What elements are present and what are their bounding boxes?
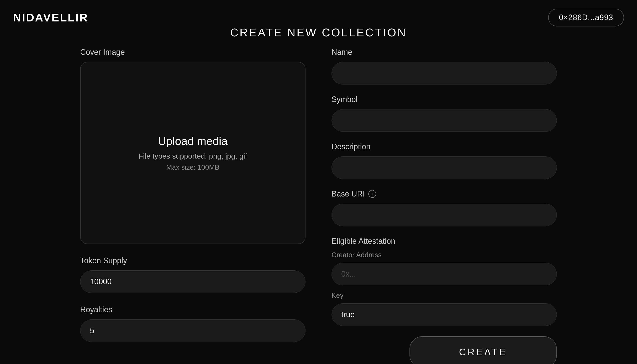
name-input[interactable] xyxy=(332,62,557,84)
cover-image-section: Cover Image Upload media File types supp… xyxy=(80,48,306,244)
token-supply-input[interactable] xyxy=(80,270,306,293)
royalties-input[interactable] xyxy=(80,319,306,342)
wallet-button[interactable]: 0×286D...a993 xyxy=(548,9,624,26)
token-supply-section: Token Supply xyxy=(80,256,306,293)
symbol-input[interactable] xyxy=(332,109,557,132)
creator-address-input[interactable] xyxy=(332,263,557,285)
right-column: Name Symbol Description Base URI i xyxy=(332,48,557,364)
upload-title: Upload media xyxy=(158,134,228,148)
left-column: Cover Image Upload media File types supp… xyxy=(80,48,306,364)
creator-address-wrapper: Creator Address xyxy=(332,251,557,285)
description-input[interactable] xyxy=(332,156,557,179)
key-label: Key xyxy=(332,292,557,300)
base-uri-label: Base URI i xyxy=(332,189,557,198)
eligible-attestation-section: Eligible Attestation Creator Address Key xyxy=(332,236,557,326)
base-uri-section: Base URI i xyxy=(332,189,557,226)
royalties-section: Royalties xyxy=(80,305,306,342)
name-section: Name xyxy=(332,48,557,84)
creator-address-label: Creator Address xyxy=(332,251,557,259)
logo: NIDAVELLIR xyxy=(13,11,88,24)
upload-subtitle: File types supported: png, jpg, gif xyxy=(139,152,247,160)
description-section: Description xyxy=(332,142,557,179)
royalties-label: Royalties xyxy=(80,305,306,314)
page-title: CREATE NEW COLLECTION xyxy=(0,26,637,39)
name-label: Name xyxy=(332,48,557,57)
symbol-label: Symbol xyxy=(332,95,557,104)
main-content: Cover Image Upload media File types supp… xyxy=(58,48,578,364)
eligible-attestation-label: Eligible Attestation xyxy=(332,236,557,246)
key-wrapper: Key xyxy=(332,292,557,326)
cover-image-label: Cover Image xyxy=(80,48,306,57)
cover-image-upload[interactable]: Upload media File types supported: png, … xyxy=(80,62,306,244)
symbol-section: Symbol xyxy=(332,95,557,132)
base-uri-info-icon: i xyxy=(368,190,376,198)
upload-max-size: Max size: 100MB xyxy=(166,163,219,172)
create-button[interactable]: CREATE xyxy=(410,336,557,364)
key-input[interactable] xyxy=(332,303,557,326)
base-uri-input[interactable] xyxy=(332,204,557,226)
description-label: Description xyxy=(332,142,557,151)
token-supply-label: Token Supply xyxy=(80,256,306,265)
